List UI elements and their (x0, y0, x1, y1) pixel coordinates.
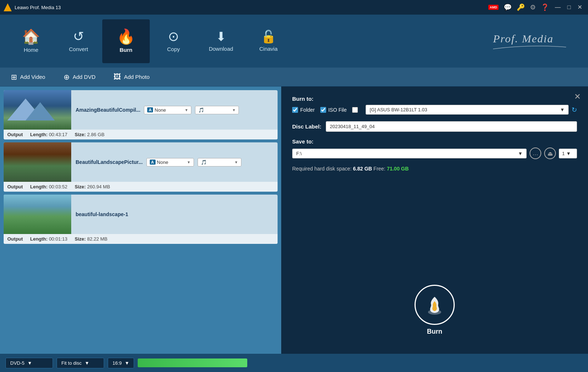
chevron-down-icon: ▼ (184, 108, 188, 112)
cinavia-icon: 🔓 (261, 30, 276, 43)
drive-select[interactable]: [G] ASUS BW-12B1LT 1.03 ▼ (366, 105, 569, 115)
burn-button-label: Burn (427, 328, 442, 335)
add-photo-button[interactable]: 🖼 Add Photo (110, 70, 153, 83)
toolbar-copy-label: Copy (167, 46, 180, 52)
chevron-down-icon: ▼ (518, 151, 523, 156)
chevron-down-icon: ▼ (560, 107, 565, 112)
add-dvd-icon: ⊕ (64, 73, 70, 81)
save-path-select[interactable]: F:\ ▼ (292, 149, 527, 158)
add-dvd-label: Add DVD (73, 74, 96, 80)
video-meta: Output Length: 00:03:52 Size: 260.94 MB (4, 182, 278, 192)
video-item-top: AmazingBeautifulCompil... A None ▼ 🎵 ▼ (4, 90, 278, 130)
chevron-down-icon: ▼ (85, 360, 89, 366)
add-video-button[interactable]: ⊞ Add Video (7, 70, 49, 84)
toolbar-item-home[interactable]: 🏠 Home (7, 19, 55, 63)
toolbar-item-burn[interactable]: 🔥 Burn (102, 19, 150, 63)
chevron-down-icon: ▼ (232, 108, 236, 112)
burn-circle-button[interactable] (415, 285, 455, 325)
flame-icon (424, 294, 446, 316)
folder-label: Folder (300, 107, 315, 113)
copy-count-select[interactable]: 1 ▼ (559, 149, 577, 158)
video-meta: Output Length: 00:01:13 Size: 82.22 MB (4, 234, 278, 244)
disk-space-info: Required hard disk space: 6.82 GB Free: … (292, 166, 577, 172)
settings-icon[interactable]: ⚙ (528, 3, 537, 12)
folder-checkbox[interactable] (292, 107, 298, 113)
disc-label-section: Disc Label: (292, 121, 577, 132)
convert-icon: ↺ (73, 30, 84, 43)
add-dvd-button[interactable]: ⊕ Add DVD (60, 70, 99, 84)
iso-file-checkbox-group[interactable]: ISO File (320, 107, 347, 113)
toolbar-burn-label: Burn (120, 47, 133, 53)
video-item: AmazingBeautifulCompil... A None ▼ 🎵 ▼ (4, 90, 278, 139)
drive-checkbox[interactable] (352, 107, 358, 113)
video-list: AmazingBeautifulCompil... A None ▼ 🎵 ▼ (0, 87, 281, 354)
add-photo-label: Add Photo (124, 74, 149, 80)
toolbar-convert-label: Convert (69, 46, 88, 52)
toolbar-item-convert[interactable]: ↺ Convert (55, 19, 102, 63)
save-to-label: Save to: (292, 138, 577, 145)
save-to-row: F:\ ▼ … ⏏ 1 ▼ (292, 147, 577, 159)
close-button[interactable]: ✕ (575, 4, 584, 11)
minimize-button[interactable]: — (553, 4, 563, 11)
burn-to-options: Folder ISO File [G] ASUS BW-12B1LT 1.03 … (292, 105, 577, 115)
toolbar-item-cinavia[interactable]: 🔓 Cinavia (245, 19, 292, 63)
chevron-down-icon: ▼ (187, 160, 191, 164)
toolbar-item-download[interactable]: ⬇ Download (197, 19, 245, 63)
burn-button-wrap[interactable]: Burn (415, 285, 455, 335)
video-title: beautiful-landscape-1 (76, 211, 128, 217)
toolbar-item-copy[interactable]: ⊙ Copy (150, 19, 197, 63)
video-thumbnail (4, 90, 71, 130)
add-video-icon: ⊞ (11, 73, 17, 81)
copy-icon: ⊙ (168, 30, 179, 43)
video-meta: Output Length: 00:43:17 Size: 2.86 GB (4, 130, 278, 139)
audio-dropdown[interactable]: 🎵 ▼ (195, 106, 239, 114)
add-video-label: Add Video (20, 74, 45, 80)
burn-settings-panel: ✕ Burn to: Folder ISO File (281, 87, 588, 354)
browse-button[interactable]: … (530, 147, 541, 159)
video-item-top: BeautifulLandscapePictur... A None ▼ 🎵 ▼ (4, 142, 278, 182)
video-title-row: BeautifulLandscapePictur... A None ▼ 🎵 ▼ (76, 158, 274, 166)
help-icon[interactable]: ❓ (539, 3, 550, 12)
toolbar-items: 🏠 Home ↺ Convert 🔥 Burn ⊙ Copy ⬇ Downloa… (7, 15, 292, 68)
video-info: beautiful-landscape-1 (76, 208, 278, 221)
dvd-type-dropdown[interactable]: DVD-5 ▼ (5, 358, 53, 368)
video-title-row: AmazingBeautifulCompil... A None ▼ 🎵 ▼ (76, 106, 274, 114)
add-photo-icon: 🖼 (114, 73, 121, 81)
brand-text: Prof. Media (493, 32, 566, 51)
toolbar: 🏠 Home ↺ Convert 🔥 Burn ⊙ Copy ⬇ Downloa… (0, 15, 588, 68)
save-to-section: Save to: F:\ ▼ … ⏏ 1 ▼ (292, 138, 577, 159)
refresh-drives-button[interactable]: ↻ (572, 106, 577, 114)
app-title: Leawo Prof. Media 13 (15, 5, 61, 10)
audio-dropdown[interactable]: 🎵 ▼ (198, 158, 241, 166)
video-title-row: beautiful-landscape-1 (76, 211, 274, 217)
chat-icon[interactable]: 💬 (502, 3, 513, 12)
bottom-bar: DVD-5 ▼ Fit to disc ▼ 16:9 ▼ (0, 354, 588, 372)
music-note-icon: 🎵 (201, 160, 207, 165)
video-item: BeautifulLandscapePictur... A None ▼ 🎵 ▼ (4, 142, 278, 192)
disc-label-input[interactable] (326, 121, 577, 132)
toolbar-download-label: Download (209, 46, 233, 52)
subtitle-dropdown[interactable]: A None ▼ (144, 106, 191, 114)
title-bar-controls: AMD 💬 🔑 ⚙ ❓ — □ ✕ (488, 3, 584, 12)
folder-checkbox-group[interactable]: Folder (292, 107, 315, 113)
main-content: AmazingBeautifulCompil... A None ▼ 🎵 ▼ (0, 87, 588, 354)
fit-option-dropdown[interactable]: Fit to disc ▼ (57, 358, 104, 368)
video-thumbnail (4, 142, 71, 182)
close-panel-button[interactable]: ✕ (574, 92, 581, 101)
drive-checkbox-group[interactable] (352, 107, 360, 113)
iso-file-checkbox[interactable] (320, 107, 326, 113)
app-logo-icon (4, 3, 12, 11)
download-icon: ⬇ (216, 30, 226, 43)
eject-button[interactable]: ⏏ (544, 147, 556, 159)
progress-bar-fill (138, 358, 247, 367)
chevron-down-icon: ▼ (234, 160, 238, 164)
video-thumbnail (4, 195, 71, 234)
subtitle-dropdown[interactable]: A None ▼ (146, 158, 194, 166)
search-icon[interactable]: 🔑 (515, 3, 526, 12)
video-title: AmazingBeautifulCompil... (76, 107, 140, 113)
title-bar-left: Leawo Prof. Media 13 (4, 3, 61, 11)
progress-bar (138, 358, 247, 367)
maximize-button[interactable]: □ (565, 4, 573, 11)
video-info: AmazingBeautifulCompil... A None ▼ 🎵 ▼ (76, 102, 278, 118)
ratio-dropdown[interactable]: 16:9 ▼ (108, 358, 134, 368)
